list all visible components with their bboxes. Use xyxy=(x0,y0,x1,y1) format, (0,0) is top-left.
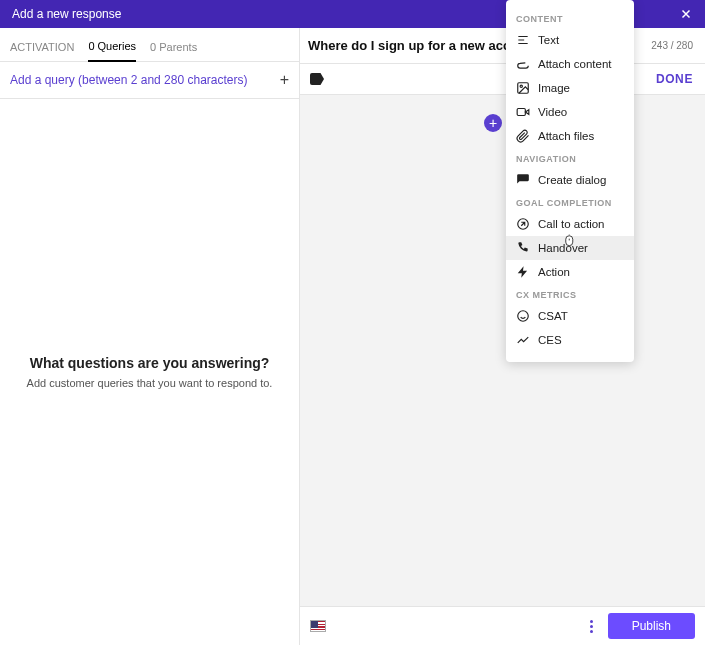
dialog-icon xyxy=(516,173,530,187)
svg-rect-2 xyxy=(517,109,525,116)
cta-icon xyxy=(516,217,530,231)
file-icon xyxy=(516,129,530,143)
cursor-icon xyxy=(564,234,578,248)
insert-menu: CONTENT Text Attach content Image Video … xyxy=(506,0,634,362)
text-icon xyxy=(516,33,530,47)
menu-item-label: CSAT xyxy=(538,310,568,322)
menu-section-content: CONTENT xyxy=(506,8,634,28)
response-header: Where do I sign up for a new account? 24… xyxy=(300,28,705,64)
menu-item-attach-content[interactable]: Attach content xyxy=(506,52,634,76)
publish-button[interactable]: Publish xyxy=(608,613,695,639)
menu-item-image[interactable]: Image xyxy=(506,76,634,100)
menu-item-label: Video xyxy=(538,106,567,118)
footer: Publish xyxy=(300,606,705,645)
titlebar-title: Add a new response xyxy=(12,7,121,21)
action-icon xyxy=(516,265,530,279)
tag-icon[interactable] xyxy=(310,73,324,85)
menu-section-cx: CX METRICS xyxy=(506,284,634,304)
menu-item-action[interactable]: Action xyxy=(506,260,634,284)
menu-item-csat[interactable]: CSAT xyxy=(506,304,634,328)
menu-item-create-dialog[interactable]: Create dialog xyxy=(506,168,634,192)
video-icon xyxy=(516,105,530,119)
menu-item-label: CES xyxy=(538,334,562,346)
menu-item-label: Call to action xyxy=(538,218,604,230)
handover-icon xyxy=(516,241,530,255)
menu-item-call-to-action[interactable]: Call to action xyxy=(506,212,634,236)
menu-section-goal: GOAL COMPLETION xyxy=(506,192,634,212)
svg-point-4 xyxy=(518,311,529,322)
tab-parents[interactable]: 0 Parents xyxy=(150,37,197,61)
menu-item-label: Attach files xyxy=(538,130,594,142)
menu-item-label: Image xyxy=(538,82,570,94)
ces-icon xyxy=(516,333,530,347)
locale-flag-icon[interactable] xyxy=(310,620,326,632)
left-panel: ACTIVATION 0 Queries 0 Parents Add a que… xyxy=(0,28,300,645)
empty-state: What questions are you answering? Add cu… xyxy=(0,99,299,645)
empty-heading: What questions are you answering? xyxy=(30,355,270,371)
menu-item-video[interactable]: Video xyxy=(506,100,634,124)
canvas xyxy=(300,95,705,606)
svg-point-1 xyxy=(520,85,522,87)
close-icon[interactable] xyxy=(679,7,693,21)
empty-subtext: Add customer queries that you want to re… xyxy=(27,377,273,389)
image-icon xyxy=(516,81,530,95)
add-query-row[interactable]: Add a query (between 2 and 280 character… xyxy=(0,62,299,99)
menu-item-label: Action xyxy=(538,266,570,278)
menu-item-label: Attach content xyxy=(538,58,612,70)
menu-item-ces[interactable]: CES xyxy=(506,328,634,352)
char-count: 243 / 280 xyxy=(651,40,693,51)
menu-item-label: Create dialog xyxy=(538,174,606,186)
attach-icon xyxy=(516,57,530,71)
add-query-placeholder: Add a query (between 2 and 280 character… xyxy=(10,73,247,87)
menu-item-label: Handover xyxy=(538,242,588,254)
tabs: ACTIVATION 0 Queries 0 Parents xyxy=(0,28,299,62)
more-menu-button[interactable] xyxy=(584,620,600,633)
menu-item-attach-files[interactable]: Attach files xyxy=(506,124,634,148)
done-button[interactable]: DONE xyxy=(656,72,693,86)
menu-item-text[interactable]: Text xyxy=(506,28,634,52)
menu-item-label: Text xyxy=(538,34,559,46)
menu-section-navigation: NAVIGATION xyxy=(506,148,634,168)
tab-queries[interactable]: 0 Queries xyxy=(88,36,136,62)
tab-activation[interactable]: ACTIVATION xyxy=(10,37,74,61)
done-bar: DONE xyxy=(300,64,705,95)
right-panel: Where do I sign up for a new account? 24… xyxy=(300,28,705,645)
csat-icon xyxy=(516,309,530,323)
add-block-button[interactable]: + xyxy=(484,114,502,132)
plus-icon[interactable]: + xyxy=(280,72,289,88)
